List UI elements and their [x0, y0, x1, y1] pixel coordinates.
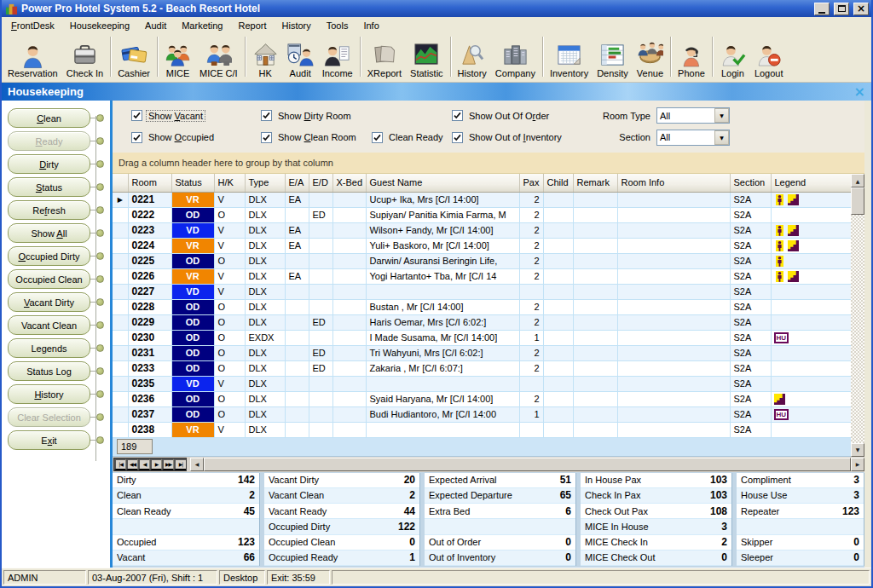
table-row-0224[interactable]: 0224VRVDLXEAYuli+ Baskoro, Mr [C/I 14:00… — [113, 238, 851, 253]
toolbar-check-in[interactable]: Check In — [62, 41, 107, 80]
checkbox-show-out-of-inventory[interactable]: Show Out of Inventory — [452, 131, 580, 143]
sidebar-dirty[interactable]: Dirty — [8, 154, 90, 174]
menu-history[interactable]: History — [275, 19, 319, 32]
close-button[interactable]: × — [853, 3, 869, 15]
section-select[interactable]: All▼ — [656, 130, 730, 146]
horizontal-scrollbar[interactable]: ◀ ▶ — [190, 458, 864, 471]
maximize-button[interactable] — [834, 3, 849, 15]
nav-first[interactable]: |◀ — [114, 458, 126, 470]
sidebar-refresh[interactable]: Refresh — [8, 200, 90, 220]
sidebar-show-all[interactable]: Show All — [8, 223, 90, 243]
table-row-0229[interactable]: 0229ODODLXEDHaris Oemar, Mrs [C/I 6:02:]… — [113, 314, 851, 330]
sidebar-exit[interactable]: Exit — [8, 430, 90, 450]
sidebar-vacant-dirty[interactable]: Vacant Dirty — [8, 292, 90, 312]
column-header-type[interactable]: Type — [245, 174, 285, 192]
column-header-x-bed[interactable]: X-Bed — [332, 174, 366, 192]
nav-prior-page[interactable]: ◀◀ — [126, 458, 138, 470]
checkbox-show-clean-room[interactable]: Show Clean Room — [261, 131, 372, 143]
sidebar-clean[interactable]: Clean — [8, 108, 90, 128]
toolbar-inventory[interactable]: Inventory — [546, 41, 593, 80]
scroll-right-button[interactable]: ▶ — [851, 458, 864, 471]
group-by-bar[interactable]: Drag a column header here to group by th… — [113, 153, 864, 174]
menu-tools[interactable]: Tools — [319, 19, 356, 32]
nav-next-page[interactable]: ▶▶ — [162, 458, 174, 470]
toolbar-mice-c-i[interactable]: MICE C/I — [195, 41, 242, 80]
column-header-child[interactable]: Child — [543, 174, 573, 192]
menu-audit[interactable]: Audit — [137, 19, 174, 32]
column-header-room[interactable]: Room — [128, 174, 171, 192]
table-row-0223[interactable]: 0223VDVDLXEAWilson+ Fandy, Mr [C/I 14:00… — [113, 222, 851, 238]
nav-next[interactable]: ▶ — [150, 458, 162, 470]
column-header-guest-name[interactable]: Guest Name — [366, 174, 519, 192]
table-row-0235[interactable]: 0235VDVDLXS2A — [113, 376, 851, 391]
column-header-e-d[interactable]: E/D — [309, 174, 332, 192]
checkbox-box[interactable] — [261, 132, 272, 143]
checkbox-box[interactable] — [261, 110, 272, 121]
scroll-left-button[interactable]: ◀ — [190, 458, 204, 471]
vertical-scrollbar[interactable]: ▲ ▼ — [851, 174, 864, 457]
table-row-0236[interactable]: 0236ODODLXSyaid Haryana, Mr [C/I 14:00]2… — [113, 391, 851, 406]
table-row-0227[interactable]: 0227VDVDLXS2A — [113, 284, 851, 299]
toolbar-reservation[interactable]: Reservation — [3, 41, 62, 80]
toolbar-cashier[interactable]: Cashier — [113, 41, 154, 80]
menu-housekeeping[interactable]: Housekeeping — [62, 19, 137, 32]
checkbox-box[interactable] — [131, 110, 142, 121]
table-row-0230[interactable]: 0230ODOEXDXI Made Susama, Mr [C/I 14:00]… — [113, 330, 851, 345]
table-row-0225[interactable]: 0225ODODLXDarwin/ Asuransi Beringin Life… — [113, 253, 851, 268]
toolbar-statistic[interactable]: Statistic — [406, 41, 448, 80]
checkbox-show-out-of-order[interactable]: Show Out Of Order — [452, 110, 580, 122]
menu-info[interactable]: Info — [356, 19, 386, 32]
sidebar-occupied-dirty[interactable]: Occupied Dirty — [8, 246, 90, 266]
toolbar-history[interactable]: History — [454, 41, 491, 80]
menu-frontdesk[interactable]: FrontDesk — [3, 19, 62, 32]
hscrollbar-thumb[interactable] — [204, 458, 851, 471]
toolbar-venue[interactable]: Venue — [633, 41, 668, 80]
scroll-up-button[interactable]: ▲ — [851, 174, 864, 187]
table-row-0231[interactable]: 0231ODODLXEDTri Wahyuni, Mrs [C/I 6:02:]… — [113, 345, 851, 360]
toolbar-xreport[interactable]: XReport — [363, 41, 406, 80]
column-header-legend[interactable]: Legend — [771, 174, 851, 192]
toolbar-audit[interactable]: Audit — [283, 41, 318, 80]
nav-last[interactable]: ▶| — [174, 458, 186, 470]
toolbar-logout[interactable]: Logout — [750, 41, 788, 80]
table-row-0228[interactable]: 0228ODODLXBustan , Mr [C/I 14:00]2S2A — [113, 299, 851, 314]
table-row-0222[interactable]: 0222ODODLXEDSupiyan/ Panitia Kimia Farma… — [113, 207, 851, 222]
room-type-select[interactable]: All▼ — [656, 107, 730, 124]
toolbar-hk[interactable]: HK — [248, 41, 283, 80]
table-row-0226[interactable]: 0226VRVDLXEAYogi Hartanto+ Tba, Mr [C/I … — [113, 268, 851, 284]
column-header-h-k[interactable]: H/K — [214, 174, 245, 192]
panel-close-icon[interactable]: × — [854, 85, 865, 99]
column-header-e-a[interactable]: E/A — [285, 174, 309, 192]
column-header-status[interactable]: Status — [171, 174, 214, 192]
chevron-down-icon[interactable]: ▼ — [714, 108, 729, 123]
nav-prior[interactable]: ◀ — [138, 458, 150, 470]
table-row-0221[interactable]: ▶0221VRVDLXEAUcup+ Ika, Mrs [C/I 14:00]2… — [113, 192, 851, 207]
column-header-remark[interactable]: Remark — [573, 174, 617, 192]
sidebar-legends[interactable]: Legends — [8, 338, 90, 358]
checkbox-box[interactable] — [131, 132, 142, 143]
toolbar-company[interactable]: Company — [491, 41, 540, 80]
menu-report[interactable]: Report — [230, 19, 274, 32]
toolbar-income[interactable]: Income — [318, 41, 357, 80]
chevron-down-icon[interactable]: ▼ — [714, 130, 729, 145]
minimize-button[interactable] — [814, 3, 830, 15]
vscrollbar-thumb[interactable] — [851, 187, 864, 215]
checkbox-box[interactable] — [372, 132, 383, 143]
checkbox-show-dirty-room[interactable]: Show Dirty Room — [261, 110, 372, 122]
sidebar-vacant-clean[interactable]: Vacant Clean — [8, 315, 90, 335]
column-header-pax[interactable]: Pax — [519, 174, 543, 192]
toolbar-login[interactable]: Login — [715, 41, 750, 80]
toolbar-phone[interactable]: Phone — [674, 41, 709, 80]
vscrollbar-track[interactable] — [851, 215, 864, 443]
checkbox-box[interactable] — [452, 110, 463, 121]
sidebar-status[interactable]: Status — [8, 177, 90, 197]
sidebar-history[interactable]: History — [8, 384, 90, 404]
column-header-room-info[interactable]: Room Info — [617, 174, 730, 192]
table-row-0233[interactable]: 0233ODODLXEDZakaria , Mr [C/I 6:07:]2S2A — [113, 360, 851, 376]
checkbox-show-occupied[interactable]: Show Occupied — [131, 131, 261, 143]
sidebar-occupied-clean[interactable]: Occupied Clean — [8, 269, 90, 289]
table-row-0237[interactable]: 0237ODODLXBudi Hudiantoro, Mr [C/I 14:00… — [113, 406, 851, 422]
table-row-0238[interactable]: 0238VRVDLXS2A — [113, 422, 851, 437]
sidebar-status-log[interactable]: Status Log — [8, 361, 90, 381]
checkbox-show-vacant[interactable]: Show Vacant — [131, 110, 261, 122]
